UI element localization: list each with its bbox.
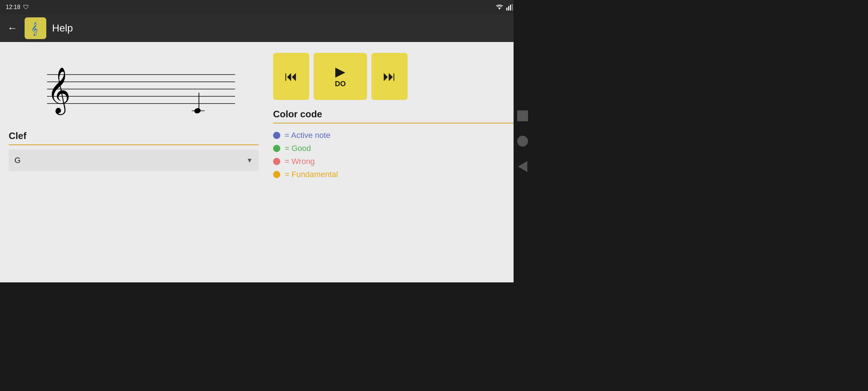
color-item-fundamental: = Fundamental [273, 170, 523, 179]
skip-back-icon: ⏮ [285, 70, 298, 83]
skip-forward-icon: ⏭ [383, 70, 396, 83]
shield-icon: 🛡 [23, 4, 29, 10]
right-panel: ⏮ ▶ DO ⏭ Color code = Active n [273, 49, 523, 275]
app-title: Help [52, 22, 506, 34]
active-note-label: = Active note [285, 131, 331, 140]
play-button[interactable]: ▶ DO [314, 53, 367, 100]
wrong-dot [273, 158, 280, 165]
good-dot [273, 145, 280, 152]
svg-marker-0 [498, 8, 501, 10]
svg-text:𝄞: 𝄞 [47, 68, 71, 115]
status-bar: 12:18 🛡 [0, 0, 532, 14]
play-icon: ▶ [335, 65, 345, 78]
play-note-label: DO [335, 80, 346, 88]
clef-divider [9, 144, 259, 145]
app-bar: ← 𝄞 Help [0, 14, 532, 42]
time-display: 12:18 [6, 4, 20, 10]
color-code-section: Color code = Active note = Good [273, 109, 523, 179]
svg-rect-3 [510, 5, 511, 10]
device-frame: 12:18 🛡 ← [0, 0, 532, 282]
side-nav [514, 0, 532, 282]
active-note-dot [273, 132, 280, 139]
wifi-icon [495, 4, 503, 10]
color-code-divider [273, 123, 523, 123]
color-code-title: Color code [273, 109, 523, 120]
nav-square-button[interactable] [517, 110, 528, 121]
color-item-good: = Good [273, 144, 523, 153]
clef-section: Clef G ▼ [9, 130, 259, 171]
staff-area: 𝄞 [9, 49, 259, 122]
svg-rect-1 [506, 8, 507, 10]
clef-section-title: Clef [9, 130, 259, 142]
app-icon: 𝄞 [25, 17, 46, 39]
clef-dropdown[interactable]: G ▼ [9, 150, 259, 171]
fundamental-dot [273, 171, 280, 178]
color-item-wrong: = Wrong [273, 157, 523, 166]
playback-controls: ⏮ ▶ DO ⏭ [273, 49, 523, 100]
svg-rect-4 [512, 4, 513, 10]
nav-back-button[interactable] [518, 161, 527, 172]
fundamental-label: = Fundamental [285, 170, 338, 179]
signal-icon [506, 4, 513, 10]
clef-selected-value: G [14, 156, 21, 165]
chevron-down-icon: ▼ [246, 157, 253, 164]
left-panel: 𝄞 Clef G ▼ [9, 49, 259, 275]
good-label: = Good [285, 144, 311, 153]
color-item-active: = Active note [273, 131, 523, 140]
main-content: 𝄞 Clef G ▼ [0, 42, 532, 282]
color-items-list: = Active note = Good = Wrong [273, 128, 523, 179]
back-button[interactable]: ← [6, 21, 19, 35]
svg-text:𝄞: 𝄞 [31, 22, 38, 36]
next-button[interactable]: ⏭ [371, 53, 408, 100]
svg-rect-2 [508, 6, 509, 10]
nav-circle-button[interactable] [517, 136, 528, 147]
wrong-label: = Wrong [285, 157, 315, 166]
prev-button[interactable]: ⏮ [273, 53, 309, 100]
staff-notation: 𝄞 [25, 53, 242, 118]
